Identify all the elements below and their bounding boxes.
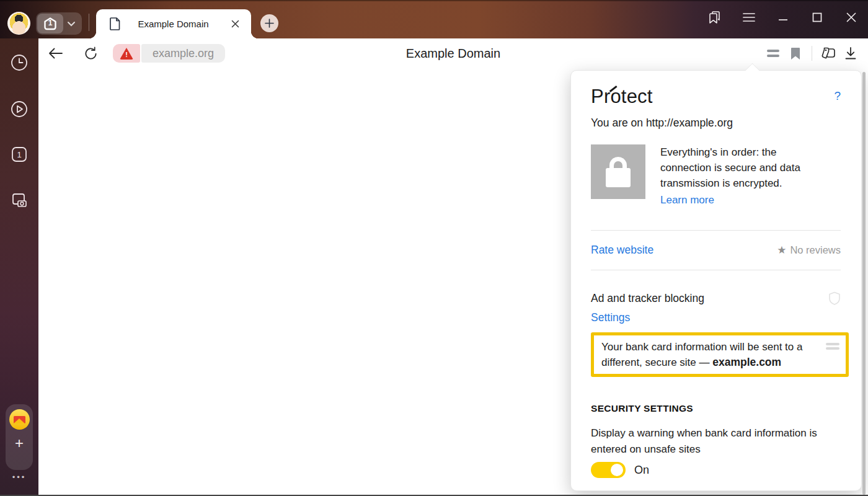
reload-icon[interactable] [79, 42, 102, 64]
tab-group-chevron-icon[interactable] [63, 21, 79, 27]
maximize-button[interactable] [800, 2, 834, 32]
security-settings-header: SECURITY SETTINGS [591, 403, 841, 414]
history-icon[interactable] [0, 53, 38, 72]
warning-triangle-icon: ! [120, 48, 133, 60]
help-link[interactable]: ? [834, 89, 841, 103]
bookmark-icon[interactable] [784, 42, 807, 64]
app-dock: + [6, 404, 33, 470]
learn-more-link[interactable]: Learn more [660, 194, 714, 206]
sidebar: 1 + ••• [0, 38, 38, 496]
tab-counter-icon[interactable]: 1 [0, 145, 38, 164]
rate-website-row: Rate website ★ No reviews [591, 231, 841, 270]
secure-lock-icon [591, 144, 645, 199]
tab-close-icon[interactable] [229, 18, 241, 30]
rate-website-link[interactable]: Rate website [591, 244, 653, 257]
connection-status-row: Everything's in order: the connection is… [591, 144, 841, 206]
tab-counter-number: 1 [17, 150, 21, 159]
tab-title: Example Domain [120, 19, 229, 29]
toolbar-separator [812, 46, 812, 61]
toolbar-right [762, 38, 862, 68]
minimize-button[interactable] [766, 2, 800, 32]
side-panels-icon[interactable] [698, 2, 732, 32]
divider [591, 270, 841, 270]
tab-group-control[interactable]: 1 [36, 12, 82, 35]
toolbar: ! example.org Example Domain [38, 38, 868, 68]
mail-app-icon[interactable] [9, 409, 30, 430]
ad-blocking-row: Ad and tracker blocking [591, 291, 841, 305]
protect-menu-icon[interactable] [762, 42, 784, 64]
connection-status-text: Everything's in order: the connection is… [660, 144, 822, 191]
tab-example-domain[interactable]: Example Domain [96, 9, 251, 38]
protect-panel: Protect ? You are on http://example.org … [570, 70, 862, 491]
bankcard-notice-box[interactable]: Your bank card information will be sent … [591, 332, 849, 377]
play-media-icon[interactable] [0, 100, 38, 118]
browser-window: 1 Example Domain [0, 0, 868, 496]
panel-scrollbar[interactable] [862, 72, 866, 495]
tab-group-shield-icon: 1 [43, 16, 58, 31]
warning-setting-text: Display a warning when bank card informa… [591, 425, 841, 458]
extensions-icon[interactable] [817, 42, 839, 64]
sidebar-more-icon[interactable]: ••• [0, 472, 38, 482]
tab-flare-right [251, 31, 259, 38]
tab-group-count: 1 [43, 19, 58, 27]
window-controls [698, 0, 868, 34]
protect-title: Protect [591, 86, 653, 108]
star-icon: ★ [777, 244, 786, 257]
close-window-button[interactable] [834, 2, 868, 32]
notice-menu-icon [826, 343, 839, 350]
downloads-icon[interactable] [839, 42, 862, 64]
titlebar-separator [89, 14, 89, 31]
screenshot-icon[interactable] [0, 190, 38, 210]
site-warning-badge[interactable]: ! [113, 44, 140, 63]
shield-icon [828, 291, 841, 305]
address-bar[interactable]: example.org [141, 44, 225, 63]
titlebar: 1 Example Domain [0, 0, 868, 38]
bankcard-domain: example.com [712, 356, 781, 368]
add-app-icon[interactable]: + [15, 436, 24, 451]
page-document-icon [110, 17, 120, 30]
address-text: example.org [153, 47, 214, 60]
profile-avatar[interactable] [7, 12, 30, 35]
menu-icon[interactable] [732, 2, 766, 32]
reviews-status: ★ No reviews [777, 244, 841, 257]
no-reviews-label: No reviews [790, 244, 841, 256]
warning-toggle[interactable] [591, 462, 626, 478]
ad-blocking-settings-link[interactable]: Settings [591, 311, 630, 324]
tab-group-badge[interactable]: 1 [37, 14, 63, 33]
back-icon[interactable] [45, 42, 67, 64]
bankcard-notice-text: Your bank card information will be sent … [601, 339, 821, 370]
new-tab-button[interactable] [260, 14, 278, 32]
tab-flare-left [89, 31, 96, 38]
toggle-knob [611, 464, 623, 476]
toggle-state-label: On [634, 464, 649, 477]
current-site-text: You are on http://example.org [591, 117, 841, 130]
ad-blocking-label: Ad and tracker blocking [591, 292, 704, 305]
warning-setting-toggle-row: On [591, 462, 841, 478]
